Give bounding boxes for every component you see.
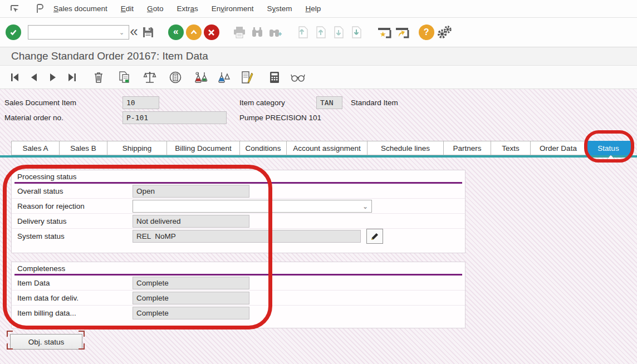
title-bar: Change Standard Order 20167: Item Data <box>0 47 637 66</box>
item-category-label: Item category <box>239 99 285 107</box>
tab-underline <box>0 155 637 158</box>
tab-partners[interactable]: Partners <box>444 141 491 155</box>
new-session-button[interactable]: ★ <box>375 23 393 41</box>
item-billing-data-row: Item billing data... Complete <box>12 306 465 321</box>
next-item-button[interactable] <box>43 68 62 86</box>
menu-goto[interactable]: Goto <box>140 1 170 16</box>
last-page-button[interactable] <box>347 23 365 41</box>
last-item-button[interactable] <box>62 68 81 86</box>
save-button[interactable] <box>139 23 157 41</box>
system-status-field: REL NoMP <box>133 230 361 243</box>
next-item-icon <box>48 73 58 82</box>
page-up-icon <box>315 26 327 39</box>
back-button[interactable]: « <box>167 23 185 41</box>
calculator-icon <box>268 71 281 84</box>
find-button[interactable] <box>248 23 266 41</box>
command-input[interactable] <box>28 25 129 40</box>
system-status-row: System status REL NoMP <box>12 229 465 244</box>
enter-check-icon <box>6 24 21 40</box>
print-button[interactable] <box>231 23 248 41</box>
enter-button[interactable] <box>4 23 22 41</box>
page-title: Change Standard Order 20167: Item Data <box>11 50 208 62</box>
glasses-icon <box>291 72 305 82</box>
tab-schedule-lines[interactable]: Schedule lines <box>367 141 444 155</box>
find-next-button[interactable] <box>266 23 284 41</box>
main-area: Sales Document Item 10 Item category TAN… <box>0 89 637 364</box>
delete-item-button[interactable] <box>89 68 108 86</box>
scales-icon <box>143 71 156 84</box>
page-up-button[interactable] <box>312 23 330 41</box>
menu-extras[interactable]: Extras <box>170 1 204 16</box>
completeness-group: Completeness Item Data Complete Item dat… <box>11 262 465 328</box>
item-availability-button[interactable] <box>214 68 233 86</box>
delivery-status-row: Delivery status Not delivered <box>12 214 465 229</box>
svg-text:★: ★ <box>380 30 386 38</box>
create-shortcut-icon <box>395 26 409 39</box>
system-status-label: System status <box>17 232 65 240</box>
pricing-button[interactable] <box>265 68 284 86</box>
menu-environment[interactable]: Environment <box>205 1 261 16</box>
document-flow-button[interactable] <box>166 68 185 86</box>
first-page-button[interactable] <box>294 23 312 41</box>
item-data-label: Item Data <box>17 279 50 287</box>
first-item-button[interactable] <box>6 68 24 86</box>
menu-system[interactable]: System <box>260 1 298 16</box>
help-button[interactable]: ? <box>418 23 435 41</box>
overall-status-field: Open <box>133 185 249 198</box>
cancel-button[interactable] <box>203 23 220 41</box>
menu-help[interactable]: Help <box>299 1 328 16</box>
item-data-deliv-label: Item data for deliv. <box>17 294 79 302</box>
obj-status-button[interactable]: Obj. status <box>10 334 82 350</box>
menu-sales-document[interactable]: Sales document <box>47 1 114 16</box>
edit-system-status-button[interactable] <box>366 229 383 244</box>
tab-status[interactable]: Status <box>586 141 631 155</box>
previous-item-icon <box>29 73 39 82</box>
application-toolbar <box>0 66 637 89</box>
tab-order-data[interactable]: Order Data <box>531 141 586 155</box>
completeness-title: Completeness <box>12 262 465 274</box>
back-icon: « <box>168 24 184 40</box>
customize-layout-button[interactable] <box>435 23 453 41</box>
processing-status-group: Processing status Overall status Open Re… <box>11 170 465 253</box>
copy-item-button[interactable] <box>115 68 134 86</box>
collapse-command-icon[interactable]: « <box>130 24 138 38</box>
focus-corner <box>7 331 13 337</box>
system-toolbar: ⌄ « « ★ <box>0 18 637 47</box>
sales-document-item-label: Sales Document Item <box>4 99 76 107</box>
overall-status-label: Overall status <box>17 187 63 195</box>
processing-status-title: Processing status <box>12 170 465 182</box>
tab-texts[interactable]: Texts <box>491 141 531 155</box>
reason-for-rejection-row: Reason for rejection ⌄ <box>12 199 465 214</box>
tab-sales-b[interactable]: Sales B <box>60 141 107 155</box>
save-icon <box>141 26 155 39</box>
new-session-icon: ★ <box>377 26 391 39</box>
trash-icon <box>93 71 104 83</box>
gui-settings-icon[interactable] <box>32 3 47 14</box>
create-shortcut-button[interactable] <box>393 23 411 41</box>
copy-item-icon <box>118 71 130 84</box>
delivery-status-field: Not delivered <box>133 215 249 228</box>
edit-note-icon <box>240 71 253 84</box>
menu-edit[interactable]: Edit <box>114 1 140 16</box>
availability-check-button[interactable] <box>140 68 159 86</box>
focus-corner <box>79 343 85 350</box>
item-schedule-button[interactable] <box>192 68 210 86</box>
print-icon <box>233 26 246 38</box>
tab-account-assignment[interactable]: Account assignment <box>287 141 367 155</box>
tab-conditions[interactable]: Conditions <box>240 141 287 155</box>
sales-document-item-field: 10 <box>122 96 159 109</box>
page-down-button[interactable] <box>330 23 347 41</box>
material-order-no-label: Material order no. <box>4 114 63 122</box>
first-page-icon <box>297 26 309 39</box>
previous-item-button[interactable] <box>24 68 43 86</box>
display-button[interactable] <box>288 68 307 86</box>
flask-icon <box>217 71 230 84</box>
last-item-icon <box>66 73 77 82</box>
tab-sales-a[interactable]: Sales A <box>11 141 60 155</box>
tab-billing-document[interactable]: Billing Document <box>167 141 240 155</box>
edit-texts-button[interactable] <box>237 68 256 86</box>
reason-for-rejection-select[interactable]: ⌄ <box>133 200 372 213</box>
window-menu-icon[interactable] <box>9 3 23 14</box>
exit-button[interactable] <box>185 23 203 41</box>
tab-shipping[interactable]: Shipping <box>107 141 167 155</box>
